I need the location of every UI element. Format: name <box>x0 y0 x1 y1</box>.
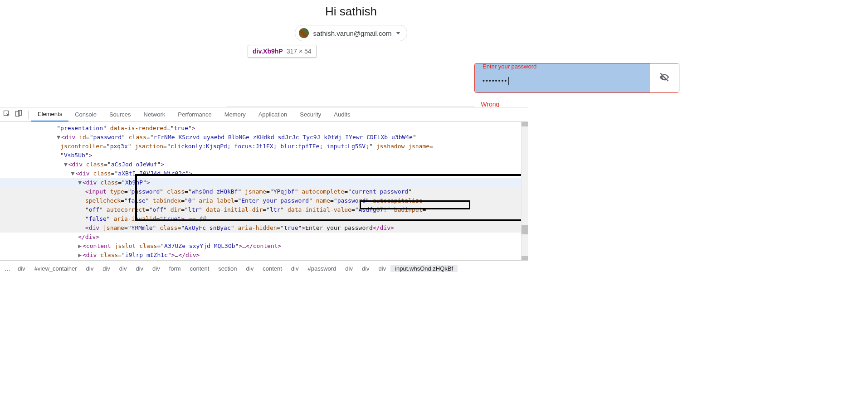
tooltip-dimensions: 317 × 54 <box>287 48 312 55</box>
breadcrumb-item[interactable]: div <box>115 265 132 272</box>
devtools-tab-network[interactable]: Network <box>137 107 172 121</box>
toggle-password-visibility-button[interactable] <box>650 63 679 92</box>
devtools-tab-console[interactable]: Console <box>68 107 103 121</box>
breadcrumb-item[interactable]: div <box>357 265 374 272</box>
devtools-tab-performance[interactable]: Performance <box>171 107 218 121</box>
account-email: sathish.varun@gmail.com <box>313 29 392 37</box>
breadcrumb-item[interactable]: section <box>214 265 241 272</box>
scroll-thumb[interactable] <box>522 225 528 234</box>
devtools-panel: ElementsConsoleSourcesNetworkPerformance… <box>0 107 528 261</box>
devtools-tab-memory[interactable]: Memory <box>218 107 252 121</box>
devtools-tab-sources[interactable]: Sources <box>103 107 137 121</box>
breadcrumb-item[interactable]: div <box>374 265 391 272</box>
devtools-breadcrumb: … div#view_containerdivdivdivdivdivformc… <box>0 260 528 277</box>
tooltip-tagname: div <box>253 48 261 55</box>
password-input[interactable]: •••••••• <box>483 77 509 85</box>
breadcrumb-item[interactable]: div <box>287 265 303 272</box>
account-switcher-chip[interactable]: sathish.varun@gmail.com <box>295 25 408 41</box>
toolbar-separator <box>28 111 29 119</box>
breadcrumb-item[interactable]: form <box>165 265 185 272</box>
devtools-toolbar: ElementsConsoleSourcesNetworkPerformance… <box>0 107 528 122</box>
devtools-tabs: ElementsConsoleSourcesNetworkPerformance… <box>31 107 356 121</box>
password-highlight-overlay: Enter your password •••••••• <box>475 63 650 92</box>
device-toggle-icon[interactable] <box>15 110 22 119</box>
text-caret <box>508 77 509 85</box>
breadcrumb-item[interactable]: content <box>185 265 214 272</box>
breadcrumb-item[interactable]: div <box>98 265 115 272</box>
devtools-tab-application[interactable]: Application <box>252 107 294 121</box>
breadcrumb-item[interactable]: div <box>13 265 30 272</box>
devtools-toolbar-icons <box>0 110 25 119</box>
breadcrumb-item[interactable]: input.whsOnd.zHQkBf <box>390 265 458 272</box>
tooltip-class: .Xb9hP <box>261 48 283 55</box>
breadcrumb-item[interactable]: #view_container <box>30 265 82 272</box>
devtools-scrollbar[interactable] <box>521 122 528 261</box>
devtools-elements-tree[interactable]: "presentation" data-is-rendered="true"> … <box>0 122 528 261</box>
devtools-tab-audits[interactable]: Audits <box>327 107 356 121</box>
inspect-element-icon[interactable] <box>3 110 10 119</box>
password-field-wrapper: Enter your password •••••••• <box>474 63 679 93</box>
breadcrumb-overflow[interactable]: … <box>2 265 13 272</box>
breadcrumb-item[interactable]: div <box>341 265 357 272</box>
element-inspector-tooltip: div.Xb9hP317 × 54 <box>248 45 317 58</box>
breadcrumb-item[interactable]: div <box>242 265 258 272</box>
devtools-tab-elements[interactable]: Elements <box>31 107 68 121</box>
signin-heading: Hi sathish <box>227 5 475 19</box>
eye-off-icon <box>658 71 670 85</box>
devtools-tab-security[interactable]: Security <box>293 107 327 121</box>
password-label: Enter your password <box>483 63 536 70</box>
breadcrumb-item[interactable]: div <box>82 265 98 272</box>
scroll-up-icon[interactable] <box>522 122 528 126</box>
breadcrumb-item[interactable]: div <box>148 265 165 272</box>
breadcrumb-item[interactable]: div <box>131 265 148 272</box>
avatar <box>299 28 309 38</box>
breadcrumb-item[interactable]: content <box>258 265 287 272</box>
breadcrumb-item[interactable]: #password <box>303 265 341 272</box>
chevron-down-icon <box>396 32 400 34</box>
